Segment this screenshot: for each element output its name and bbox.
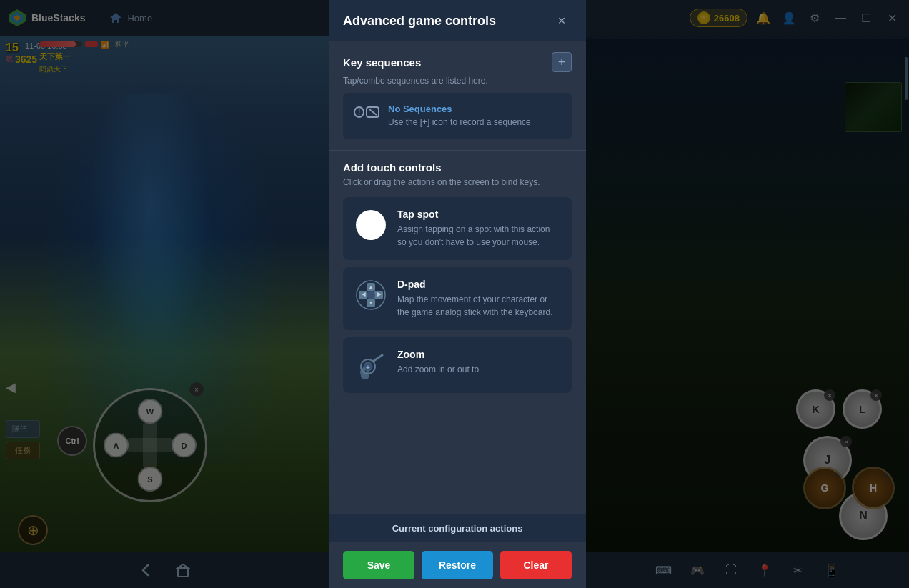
advanced-controls-modal: Advanced game controls × Key sequences +…: [329, 0, 586, 588]
close-icon: ×: [558, 14, 566, 29]
dpad-card-title: D-pad: [397, 279, 560, 290]
warning-icon: !: [354, 105, 379, 119]
modal-footer: Save Restore Clear: [329, 542, 586, 588]
svg-point-12: [367, 291, 375, 299]
modal-content[interactable]: Key sequences + Tap/combo sequences are …: [329, 41, 586, 514]
tap-spot-text: Tap spot Assign tapping on a spot with t…: [397, 209, 560, 249]
key-sequences-header: Key sequences +: [343, 52, 572, 72]
zoom-icon-container: +: [354, 349, 387, 382]
svg-text:+: +: [366, 364, 370, 372]
no-seq-content: No Sequences Use the [+] icon to record …: [388, 104, 531, 129]
restore-button[interactable]: Restore: [422, 551, 493, 579]
plus-icon: +: [558, 55, 566, 70]
dpad-text: D-pad Map the movement of your character…: [397, 279, 560, 319]
add-sequence-btn[interactable]: +: [552, 52, 572, 72]
key-sequences-title: Key sequences: [343, 56, 421, 69]
modal-close-btn[interactable]: ×: [552, 11, 572, 31]
svg-text:◀: ◀: [361, 291, 366, 297]
dpad-card[interactable]: ▲ ▼ ◀ ▶ D-pad Map the movement of your c…: [343, 267, 572, 330]
svg-line-6: [369, 109, 377, 115]
warn-slash: [366, 106, 379, 118]
zoom-text: Zoom Add zoom in or out to: [397, 349, 479, 376]
save-button[interactable]: Save: [343, 551, 414, 579]
tap-spot-title: Tap spot: [397, 209, 560, 220]
modal-title: Advanced game controls: [343, 14, 496, 29]
modal-header: Advanced game controls ×: [329, 0, 586, 41]
tap-spot-icon: [356, 210, 386, 240]
zoom-card-desc: Add zoom in or out to: [397, 363, 479, 376]
warn-circle: !: [354, 106, 364, 118]
no-sequences-text: Use the [+] icon to record a sequence: [388, 116, 531, 129]
clear-button[interactable]: Clear: [500, 551, 572, 579]
add-touch-controls-subtitle: Click or drag the actions on the screen …: [343, 176, 572, 189]
key-sequences-section: Key sequences + Tap/combo sequences are …: [329, 41, 586, 151]
zoom-card[interactable]: + Zoom Add zoom in or out to: [343, 337, 572, 393]
current-config-title: Current configuration actions: [343, 523, 572, 534]
dpad-card-desc: Map the movement of your character or th…: [397, 293, 560, 319]
tap-spot-card[interactable]: Tap spot Assign tapping on a spot with t…: [343, 197, 572, 260]
add-touch-controls-title: Add touch controls: [343, 161, 572, 174]
svg-text:▲: ▲: [369, 284, 374, 289]
no-icon: [368, 108, 378, 116]
svg-line-19: [374, 355, 382, 361]
tap-spot-desc: Assign tapping on a spot with this actio…: [397, 223, 560, 249]
no-sequences-title: No Sequences: [388, 104, 531, 114]
zoom-card-icon: +: [355, 349, 387, 381]
svg-text:▼: ▼: [369, 300, 374, 305]
dpad-icon-container: ▲ ▼ ◀ ▶: [354, 279, 387, 312]
add-touch-controls-section: Add touch controls Click or drag the act…: [329, 151, 586, 411]
key-sequences-subtitle: Tap/combo sequences are listed here.: [343, 76, 572, 86]
zoom-card-title: Zoom: [397, 349, 479, 360]
tap-spot-icon-container: [354, 209, 387, 241]
current-config-section: Current configuration actions: [329, 514, 586, 542]
dpad-card-icon: ▲ ▼ ◀ ▶: [355, 279, 387, 311]
no-sequences-box: ! No Sequences Use the [+] icon to recor…: [343, 93, 572, 139]
